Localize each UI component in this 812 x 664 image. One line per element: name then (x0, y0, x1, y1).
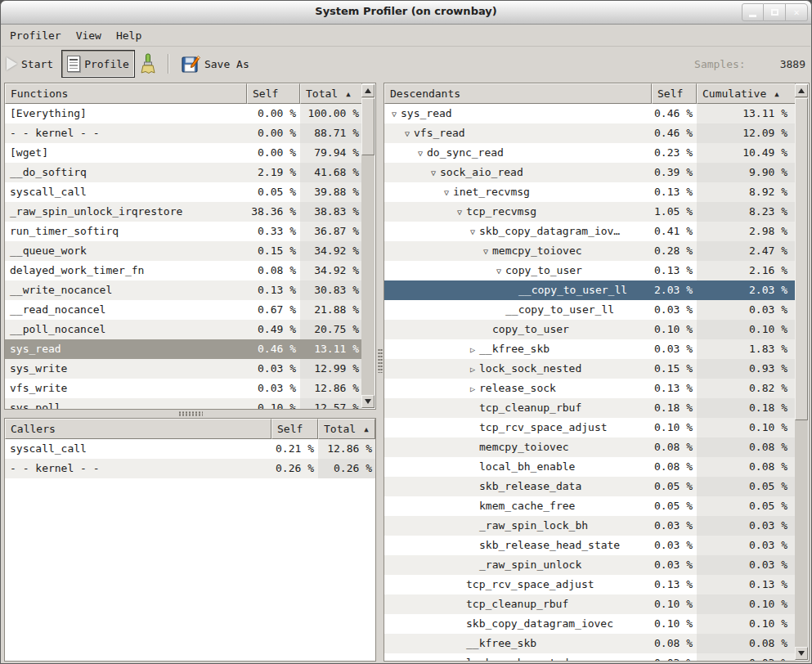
table-row[interactable]: vfs_write0.03 %12.86 % (5, 379, 362, 398)
name-cell: __write_nocancel (5, 280, 247, 300)
scroll-up-button[interactable] (361, 84, 375, 97)
tree-row[interactable]: ▽do_sync_read0.23 %10.49 % (384, 143, 796, 163)
tree-row[interactable]: kmem_cache_free0.05 %0.05 % (384, 496, 796, 516)
tree-row[interactable]: ▽sys_read0.46 %13.11 % (384, 104, 796, 123)
expander-open-icon[interactable]: ▽ (466, 222, 479, 241)
expander-closed-icon[interactable]: ▷ (466, 340, 479, 359)
tree-row[interactable]: ▷__kfree_skb0.03 %1.83 % (384, 339, 796, 359)
maximize-button[interactable] (764, 3, 786, 21)
self-column-header[interactable]: Self (652, 83, 697, 104)
table-row[interactable]: sys_write0.03 %12.99 % (5, 359, 362, 379)
scrollbar-thumb[interactable] (795, 98, 808, 420)
expander-open-icon[interactable]: ▽ (414, 144, 427, 163)
expander-open-icon[interactable]: ▽ (440, 183, 453, 202)
tree-row[interactable]: skb_release_data0.05 %0.05 % (384, 477, 796, 496)
tree-row[interactable]: __kfree_skb0.08 %0.08 % (384, 634, 796, 653)
tree-row[interactable]: tcp_rcv_space_adjust0.10 %0.10 % (384, 418, 796, 437)
save-as-button[interactable]: Save As (176, 50, 254, 78)
descendants-column-header[interactable]: Descendants (384, 83, 652, 104)
scrollbar-thumb[interactable] (361, 98, 375, 155)
scroll-down-button[interactable] (795, 647, 808, 660)
cumulative-cell: 0.05 % (697, 477, 796, 496)
tree-row[interactable]: __copy_to_user_ll2.03 %2.03 % (384, 280, 796, 300)
expander-closed-icon[interactable]: ▷ (466, 379, 479, 398)
self-cell: 0.08 % (652, 457, 697, 477)
self-cell: 0.28 % (652, 241, 697, 261)
expander-open-icon[interactable]: ▽ (427, 164, 440, 182)
tree-row[interactable]: ▷release_sock0.13 %0.82 % (384, 379, 796, 398)
tree-row[interactable]: ▽tcp_recvmsg1.05 %8.23 % (384, 202, 796, 222)
tree-row[interactable]: skb_copy_datagram_iovec0.10 %0.10 % (384, 614, 796, 634)
table-row[interactable]: delayed_work_timer_fn0.08 %34.92 % (5, 261, 362, 280)
tree-row[interactable]: _raw_spin_unlock0.03 %0.03 % (384, 555, 796, 575)
clear-button[interactable] (135, 50, 161, 78)
self-column-header[interactable]: Self (247, 83, 300, 104)
tree-row[interactable]: ▽skb_copy_datagram_iov…0.41 %2.98 % (384, 222, 796, 241)
menu-profiler[interactable]: Profiler (2, 27, 69, 44)
tree-row[interactable]: ▽vfs_read0.46 %12.09 % (384, 123, 796, 143)
tree-row[interactable]: tcp_cleanup_rbuf0.10 %0.10 % (384, 594, 796, 614)
tree-row[interactable]: lock_sock_nested0.03 %0.03 % (384, 653, 796, 661)
tree-row[interactable]: ▽inet_recvmsg0.13 %8.92 % (384, 182, 796, 202)
expander-open-icon[interactable]: ▽ (401, 124, 414, 143)
horizontal-pane-splitter[interactable] (376, 83, 384, 662)
cumulative-column-header[interactable]: Cumulative▲ (697, 83, 796, 104)
menu-view[interactable]: View (69, 27, 109, 44)
tree-row[interactable]: copy_to_user0.10 %0.10 % (384, 320, 796, 339)
tree-row[interactable]: __copy_to_user_ll0.03 %0.03 % (384, 300, 796, 320)
table-row[interactable]: syscall_call0.21 %12.86 % (5, 439, 375, 459)
name-cell: ▽vfs_read (384, 123, 652, 143)
expander-open-icon[interactable]: ▽ (388, 105, 401, 123)
table-row[interactable]: __queue_work0.15 %34.92 % (5, 241, 362, 261)
tree-row[interactable]: ▽memcpy_toiovec0.28 %2.47 % (384, 241, 796, 261)
name-cell: __queue_work (5, 241, 247, 261)
expander-open-icon[interactable]: ▽ (453, 203, 466, 222)
tree-row[interactable]: memcpy_toiovec0.08 %0.08 % (384, 437, 796, 457)
expander-closed-icon[interactable]: ▷ (466, 360, 479, 379)
table-row[interactable]: sys_poll0.10 %12.57 % (5, 398, 362, 409)
functions-scrollbar[interactable] (361, 84, 375, 408)
table-row[interactable]: [wget]0.00 %79.94 % (5, 143, 362, 163)
table-row[interactable]: sys_read0.46 %13.11 % (5, 339, 362, 359)
table-row[interactable]: __read_nocancel0.67 %21.88 % (5, 300, 362, 320)
table-row[interactable]: [Everything]0.00 %100.00 % (5, 104, 362, 123)
profile-toggle-button[interactable]: Profile (61, 50, 135, 78)
tree-row[interactable]: ▽sock_aio_read0.39 %9.90 % (384, 163, 796, 182)
table-row[interactable]: __write_nocancel0.13 %30.83 % (5, 280, 362, 300)
self-column-header[interactable]: Self (271, 419, 318, 439)
menu-help[interactable]: Help (109, 27, 149, 44)
name-cell: delayed_work_timer_fn (5, 261, 247, 280)
self-cell: 0.49 % (247, 320, 300, 339)
table-row[interactable]: run_timer_softirq0.33 %36.87 % (5, 222, 362, 241)
total-column-header[interactable]: Total▲ (300, 83, 362, 104)
self-cell: 0.26 % (271, 459, 318, 478)
tree-row[interactable]: tcp_rcv_space_adjust0.13 %0.13 % (384, 575, 796, 594)
tree-row[interactable]: local_bh_enable0.08 %0.08 % (384, 457, 796, 477)
table-row[interactable]: - - kernel - -0.26 %0.26 % (5, 459, 375, 478)
start-button[interactable]: Start (2, 50, 58, 78)
table-row[interactable]: _raw_spin_unlock_irqrestore38.36 %38.83 … (5, 202, 362, 222)
total-column-header[interactable]: Total▲ (318, 419, 375, 439)
tree-row[interactable]: ▷lock_sock_nested0.15 %0.93 % (384, 359, 796, 379)
tree-row[interactable]: _raw_spin_lock_bh0.03 %0.03 % (384, 516, 796, 536)
table-row[interactable]: syscall_call0.05 %39.88 % (5, 182, 362, 202)
expander-open-icon[interactable]: ▽ (479, 242, 492, 261)
cumulative-cell: 0.10 % (697, 594, 796, 614)
scroll-up-button[interactable] (795, 84, 808, 97)
close-button[interactable]: ✕ (786, 3, 808, 21)
vertical-pane-splitter[interactable] (4, 410, 376, 418)
functions-column-header[interactable]: Functions (5, 83, 247, 104)
table-row[interactable]: - - kernel - -0.00 %88.71 % (5, 123, 362, 143)
minimize-button[interactable] (742, 3, 764, 21)
callers-column-header[interactable]: Callers (5, 419, 271, 439)
expander-open-icon[interactable]: ▽ (492, 262, 505, 280)
table-row[interactable]: __do_softirq2.19 %41.68 % (5, 163, 362, 182)
tree-row[interactable]: tcp_cleanup_rbuf0.18 %0.18 % (384, 398, 796, 418)
scroll-down-button[interactable] (361, 395, 375, 408)
tree-row[interactable]: ▽copy_to_user0.13 %2.16 % (384, 261, 796, 280)
tree-row[interactable]: skb_release_head_state0.03 %0.03 % (384, 536, 796, 555)
descendants-scrollbar[interactable] (795, 84, 808, 660)
cumulative-cell: 13.11 % (697, 104, 796, 123)
table-row[interactable]: __poll_nocancel0.49 %20.75 % (5, 320, 362, 339)
titlebar[interactable]: System Profiler (on crownbay) ✕ (1, 1, 811, 25)
